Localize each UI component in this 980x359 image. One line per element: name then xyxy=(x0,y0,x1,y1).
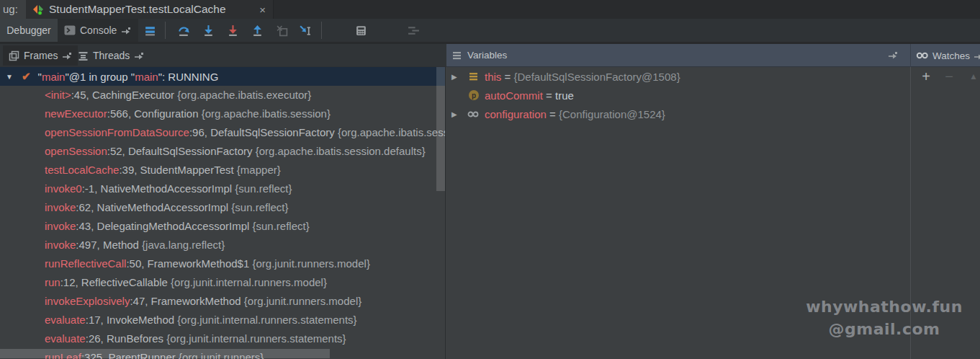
stack-frame-row[interactable]: invoke:497, Method {java.lang.reflect} xyxy=(0,236,445,254)
frame-method: invoke xyxy=(45,220,76,232)
variable-value: {Configuration@1524} xyxy=(559,108,665,120)
drop-frame-icon[interactable] xyxy=(275,24,288,37)
variable-row[interactable]: p autoCommit = true xyxy=(446,86,910,105)
tab-frames-label: Frames xyxy=(24,50,58,61)
variables-header: Variables xyxy=(446,44,980,67)
chevron-right-icon[interactable]: ▶ xyxy=(451,73,462,81)
frame-method: testLocalCache xyxy=(45,164,119,176)
console-icon xyxy=(64,25,76,35)
frame-package: {mapper} xyxy=(237,164,281,176)
variable-value: true xyxy=(555,89,574,102)
frames-panel: ▼ ✔ "main"@1 in group "main": RUNNING <i… xyxy=(0,67,446,359)
tab-frames[interactable]: Frames xyxy=(3,45,78,66)
toolbar-separator xyxy=(321,22,322,39)
variable-row[interactable]: ▶ this = {DefaultSqlSessionFactory@1508} xyxy=(446,67,910,86)
stack-frame-row[interactable]: run:12, ReflectiveCallable {org.junit.in… xyxy=(0,273,445,292)
run-tab-strip: ug: StudentMapperTest.testLocalCache × xyxy=(0,0,980,19)
frame-package: {org.apache.ibatis.executor} xyxy=(177,89,311,101)
step-over-icon[interactable] xyxy=(177,24,190,37)
thread-row[interactable]: ▼ ✔ "main"@1 in group "main": RUNNING xyxy=(0,67,445,86)
svg-text:p: p xyxy=(471,92,475,99)
frame-location: :96, DefaultSqlSessionFactory xyxy=(189,126,338,138)
tab-console[interactable]: Console xyxy=(58,19,138,42)
stack-frame-row[interactable]: runReflectiveCall:50, FrameworkMethod$1 … xyxy=(0,254,445,273)
evaluate-expression-icon[interactable] xyxy=(354,24,367,37)
stack-frame-row[interactable]: invokeExplosively:47, FrameworkMethod {o… xyxy=(0,292,445,311)
pin-arrow-icon xyxy=(62,52,72,60)
equals-sign: = xyxy=(547,108,559,120)
frame-package: {org.apache.ibatis.session.defaults} xyxy=(256,145,426,157)
close-icon[interactable]: × xyxy=(259,4,266,15)
frame-location: :12, ReflectiveCallable xyxy=(60,276,171,288)
stack-frame-row[interactable]: newExecutor:566, Configuration {org.apac… xyxy=(0,105,445,123)
frame-location: :62, NativeMethodAccessorImpl xyxy=(76,201,231,213)
this-value-icon xyxy=(467,71,480,83)
run-to-cursor-icon[interactable] xyxy=(299,24,312,37)
variable-name: autoCommit xyxy=(485,89,543,102)
stack-frame-row[interactable]: invoke0:-1, NativeMethodAccessorImpl {su… xyxy=(0,180,445,198)
force-step-into-icon[interactable] xyxy=(226,24,239,37)
watermark-line2: @gmail.com xyxy=(805,318,963,340)
move-watch-up-button[interactable]: ▲ xyxy=(967,70,980,83)
step-into-icon[interactable] xyxy=(202,24,215,37)
run-config-tab[interactable]: StudentMapperTest.testLocalCache × xyxy=(26,0,274,19)
junit-run-config-icon xyxy=(32,4,44,15)
frame-method: newExecutor xyxy=(45,107,107,120)
equals-sign: = xyxy=(501,71,513,83)
trace-stream-chain-icon[interactable] xyxy=(407,24,420,37)
frame-package: {sun.reflect} xyxy=(235,182,292,195)
tab-threads[interactable]: Threads xyxy=(72,45,150,66)
debug-tool-window: ug: StudentMapperTest.testLocalCache × D… xyxy=(0,0,980,359)
stack-frame-row[interactable]: invoke:43, DelegatingMethodAccessorImpl … xyxy=(0,217,445,236)
frame-package: {sun.reflect} xyxy=(231,201,288,213)
step-out-icon[interactable] xyxy=(251,24,264,37)
frame-package: {org.apache.ibatis.session} xyxy=(202,107,331,120)
frame-method: invoke0 xyxy=(45,182,82,195)
add-watch-button[interactable]: + xyxy=(920,70,932,83)
frame-method: evaluate xyxy=(45,332,86,345)
watches-header-label: Watches xyxy=(932,50,970,61)
pin-arrow-icon[interactable] xyxy=(974,52,980,60)
stack-frame-row[interactable]: openSessionFromDataSource:96, DefaultSql… xyxy=(0,123,445,142)
frame-package: {org.junit.internal.runners.statements} xyxy=(177,314,356,326)
remove-watch-button[interactable]: − xyxy=(943,70,956,83)
variable-name: configuration xyxy=(485,108,547,120)
stack-frame-row[interactable]: testLocalCache:39, StudentMapperTest {ma… xyxy=(0,161,445,180)
frame-location: :26, RunBefores xyxy=(86,332,167,345)
variables-header-label: Variables xyxy=(467,50,507,61)
panel-headers: Frames xyxy=(0,44,980,67)
horizontal-scrollbar[interactable] xyxy=(0,349,330,358)
frame-location: :52, DefaultSqlSessionFactory xyxy=(107,145,256,157)
stack-frame-row[interactable]: evaluate:17, InvokeMethod {org.junit.int… xyxy=(0,311,445,329)
pin-arrow-icon[interactable] xyxy=(888,51,898,59)
frame-location: :17, InvokeMethod xyxy=(86,314,178,326)
debug-label: ug: xyxy=(0,0,26,19)
stack-frame-row[interactable]: evaluate:26, RunBefores {org.junit.inter… xyxy=(0,329,445,348)
vertical-scrollbar[interactable] xyxy=(436,67,445,191)
toolbar-separator xyxy=(165,22,166,39)
tab-console-label: Console xyxy=(80,25,117,36)
chevron-down-icon[interactable]: ▼ xyxy=(6,73,16,81)
run-tab-title: StudentMapperTest.testLocalCache xyxy=(49,3,226,16)
frame-package: {org.junit.runners.model} xyxy=(244,295,361,307)
threads-icon xyxy=(78,50,89,61)
debugger-toolbar: Debugger Console xyxy=(0,19,980,42)
show-execution-point-icon[interactable] xyxy=(143,24,156,37)
frame-location: :43, DelegatingMethodAccessorImpl xyxy=(76,220,252,232)
frame-method: invoke xyxy=(45,239,76,251)
variables-icon xyxy=(452,50,462,61)
thread-text: "@1 in group " xyxy=(65,71,135,83)
stack-frame-row[interactable]: invoke:62, NativeMethodAccessorImpl {sun… xyxy=(0,198,445,217)
chevron-right-icon[interactable]: ▶ xyxy=(451,110,462,118)
stack-frame-row[interactable]: openSession:52, DefaultSqlSessionFactory… xyxy=(0,142,445,161)
tab-debugger[interactable]: Debugger xyxy=(0,19,58,42)
variable-row[interactable]: ▶ configuration = {Configuration@1524} xyxy=(446,105,910,123)
pin-arrow-icon xyxy=(121,27,131,35)
frame-package: {org.junit.internal.runners.model} xyxy=(171,276,327,288)
frames-icon xyxy=(9,50,19,61)
thread-name: main xyxy=(42,71,66,83)
frame-method: openSession xyxy=(45,145,107,157)
frame-location: :497, Method xyxy=(76,239,142,251)
frame-package: {org.junit.runners.model} xyxy=(252,257,369,270)
stack-frame-row[interactable]: <init>:45, CachingExecutor {org.apache.i… xyxy=(0,86,445,105)
